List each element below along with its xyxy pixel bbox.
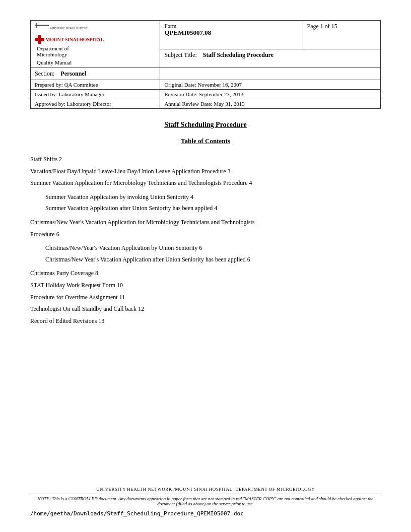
toc-item-8: Chrstmas/New/Year's Vacation Application… (30, 243, 381, 254)
footer-path: /home/geetha/Downloads/Staff_Scheduling_… (30, 510, 381, 517)
hospital-icon (35, 35, 44, 44)
header-table: University Health Network MOUNT SINAI HO… (30, 20, 381, 109)
uhn-logo-icon (35, 23, 50, 34)
toc-item-1: Staff Shifts 2 (30, 154, 381, 165)
toc-item-7: Procedure 6 (30, 229, 381, 240)
approved-row: Approved by: Laboratory Director Annual … (31, 99, 381, 109)
uhn-text: University Health Network (50, 26, 88, 30)
section-cell: Section: Personnel (31, 68, 160, 80)
page-info: Page 1 of 15 (303, 21, 380, 49)
section-value: Personnel (60, 70, 86, 77)
toc-item-5: Summer Vacation Application after Union … (30, 203, 381, 214)
revision-date-cell: Revision Date: September 23, 2013 (160, 90, 381, 99)
toc-item-12: Procedure for Overtime Assignment 11 (30, 292, 381, 303)
form-label-cell: Form QPEMI05007.08 (160, 21, 303, 49)
prepared-cell: Prepared by: QA Committee (31, 80, 160, 90)
toc-item-2: Vacation/Float Day/Unpaid Leave/Lieu Day… (30, 166, 381, 177)
annual-review-cell: Annual Review Date: May 31, 2013 (160, 99, 381, 109)
toc-item-14: Record of Edited Revisions 13 (30, 316, 381, 327)
toc-list: Staff Shifts 2 Vacation/Float Day/Unpaid… (30, 154, 381, 326)
footer: UNIVERSITY HEALTH NETWORK /MOUNT SINAI H… (30, 487, 381, 517)
form-label: Form (164, 23, 298, 29)
toc-item-6: Christmas/New Year's Vacation Applicatio… (30, 217, 381, 228)
dept-info: Department of Microbiology (37, 45, 69, 57)
quality-manual: Quality Manual (37, 59, 72, 65)
footer-note: NOTE: This is a CONTROLLED document. Any… (30, 496, 381, 506)
section-label: Section: (35, 70, 54, 77)
page: University Health Network MOUNT SINAI HO… (0, 0, 411, 532)
toc-title: Table of Contents (30, 137, 381, 145)
toc-item-13: Technologist On call Standby and Call ba… (30, 304, 381, 315)
toc-item-4: Summer Vacation Application by invoking … (30, 192, 381, 203)
toc-item-10: Christmas Party Coverage 8 (30, 268, 381, 279)
issued-row: Issued by: Laboratory Manager Revision D… (31, 90, 381, 99)
footer-divider (30, 494, 381, 494)
subject-value: Staff Scheduling Procedure (203, 51, 273, 58)
toc-item-3: Summer Vacation Application for Microbio… (30, 178, 381, 189)
main-title: Staff Scheduling Procedure (30, 121, 381, 129)
svg-rect-3 (35, 38, 44, 41)
form-number: QPEMI05007.08 (164, 29, 298, 37)
footer-university: UNIVERSITY HEALTH NETWORK /MOUNT SINAI H… (30, 487, 381, 492)
issued-cell: Issued by: Laboratory Manager (31, 90, 160, 99)
logo-cell: University Health Network MOUNT SINAI HO… (31, 21, 160, 68)
approved-cell: Approved by: Laboratory Director (31, 99, 160, 109)
subject-label: Subject Title: (164, 51, 196, 58)
subject-cell: Subject Title: Staff Scheduling Procedur… (160, 49, 381, 68)
dept-label: Department of (37, 45, 69, 51)
toc-item-11: STAT Holiday Work Request Form 10 (30, 280, 381, 291)
empty-cell (160, 68, 381, 80)
toc-item-9: Christmas/New Year's Vacation Applicatio… (30, 254, 381, 265)
dept-name: Microbiology (37, 51, 67, 57)
hospital-name: MOUNT SINAI HOSPITAL (45, 37, 104, 42)
svg-rect-1 (36, 23, 37, 28)
prepared-row: Prepared by: QA Committee Original Date:… (31, 80, 381, 90)
original-date-cell: Original Date: November 16, 2007 (160, 80, 381, 90)
section-personnel-row: Section: Personnel (31, 68, 381, 80)
